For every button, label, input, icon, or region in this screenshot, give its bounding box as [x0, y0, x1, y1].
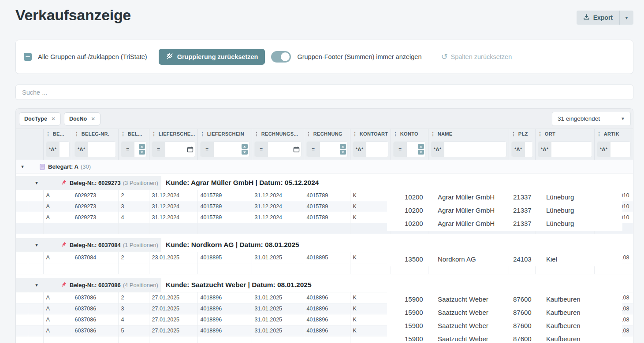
collapse-caret-icon[interactable]: ▾	[34, 242, 39, 248]
column-header-lieferschein_datum[interactable]: ⋮LIEFERSCHE...	[149, 129, 197, 139]
equals-filter-badge[interactable]: =	[255, 142, 268, 157]
cell-konto[interactable]	[391, 201, 428, 212]
cell-rechnungs_datum[interactable]: 31.01.2025	[252, 252, 304, 263]
contains-filter-badge[interactable]: *A*	[512, 142, 525, 157]
cell-plz[interactable]	[509, 325, 535, 336]
cell-name[interactable]	[428, 190, 509, 201]
cell-lieferschein[interactable]: 4018896	[197, 303, 252, 314]
cell-ort[interactable]	[535, 292, 594, 303]
cell-kontoart[interactable]: K	[350, 252, 391, 263]
cell-beleg_nr[interactable]: 6029273	[72, 201, 118, 212]
cell-kontoart[interactable]: K	[350, 303, 391, 314]
cell-rechnung[interactable]: 4015789	[304, 212, 350, 223]
group-row-beleg[interactable]: ▾Beleg-Nr.: 6029273(3 Positionen)Kunde: …	[16, 176, 633, 190]
cell-name[interactable]	[428, 201, 509, 212]
cell-artikel[interactable]: .108	[594, 303, 633, 314]
cell-plz[interactable]	[509, 190, 535, 201]
cell-ort[interactable]	[535, 314, 594, 325]
column-menu-icon[interactable]: ⋮	[538, 131, 543, 136]
data-row[interactable]: A6037086327.01.2025401889631.01.20254018…	[16, 303, 633, 314]
cell-belegart[interactable]: A	[43, 201, 72, 212]
column-menu-icon[interactable]: ⋮	[46, 131, 51, 136]
cell-plz[interactable]	[509, 292, 535, 303]
cell-konto[interactable]	[391, 303, 428, 314]
cell-lieferschein[interactable]: 4018895	[197, 252, 252, 263]
data-row[interactable]: A6037086527.01.2025401889631.01.20254018…	[16, 325, 633, 336]
column-menu-icon[interactable]: ⋮	[74, 131, 79, 136]
collapse-caret-icon[interactable]: ▾	[34, 282, 39, 288]
spinner-down-icon[interactable]	[418, 150, 424, 155]
filter-input-konto[interactable]	[407, 142, 418, 157]
cell-ort[interactable]	[535, 201, 594, 212]
cell-plz[interactable]	[509, 201, 535, 212]
column-menu-icon[interactable]: ⋮	[511, 131, 516, 136]
cell-konto[interactable]	[391, 190, 428, 201]
spinner-up-icon[interactable]	[418, 144, 424, 149]
export-button[interactable]: Export	[577, 11, 620, 25]
cell-artikel[interactable]: .010	[594, 212, 633, 223]
filter-input-lieferschein[interactable]	[214, 142, 242, 157]
cell-beleg_nr[interactable]: 6029273	[72, 212, 118, 223]
cell-plz[interactable]	[509, 212, 535, 223]
spinner-buttons[interactable]	[418, 142, 425, 157]
cell-rechnung[interactable]: 4018896	[304, 303, 350, 314]
group-row-belegart[interactable]: ▾Belegart: A(30)	[16, 160, 633, 173]
column-header-lieferschein[interactable]: ⋮LIEFERSCHEIN	[197, 129, 252, 139]
cell-belegart[interactable]: A	[43, 325, 72, 336]
filter-input-beleg_nr[interactable]	[88, 142, 115, 157]
cell-rechnung[interactable]: 4018896	[304, 314, 350, 325]
close-icon[interactable]: ✕	[91, 116, 95, 122]
cell-ort[interactable]	[535, 303, 594, 314]
cell-kontoart[interactable]: K	[350, 212, 391, 223]
cell-rechnung[interactable]: 4018895	[304, 252, 350, 263]
data-row[interactable]: A6037086227.01.2025401889631.01.20254018…	[16, 292, 633, 303]
cell-beleg_nr[interactable]: 6029273	[72, 190, 118, 201]
column-menu-icon[interactable]: ⋮	[353, 131, 357, 136]
cell-rechnung[interactable]: 4015789	[304, 190, 350, 201]
column-menu-icon[interactable]: ⋮	[200, 131, 205, 136]
collapse-caret-icon[interactable]: ▾	[20, 164, 25, 170]
cell-artikel[interactable]: .010	[594, 201, 633, 212]
data-row[interactable]: A6029273331.12.2024401578931.12.20244015…	[16, 201, 633, 212]
equals-filter-badge[interactable]: =	[152, 142, 165, 157]
cell-lieferschein_datum[interactable]: 31.12.2024	[149, 201, 197, 212]
cell-konto[interactable]	[391, 325, 428, 336]
filter-input-plz[interactable]	[525, 142, 532, 157]
column-menu-icon[interactable]: ⋮	[254, 131, 259, 136]
spinner-down-icon[interactable]	[242, 150, 248, 155]
column-header-beleg_pos[interactable]: ⋮BEL...	[118, 129, 149, 139]
column-menu-icon[interactable]: ⋮	[431, 131, 436, 136]
cell-lieferschein_datum[interactable]: 27.01.2025	[149, 314, 197, 325]
column-header-belegart[interactable]: ⋮BE...	[43, 129, 72, 139]
cell-beleg_nr[interactable]: 6037086	[72, 303, 118, 314]
contains-filter-badge[interactable]: *A*	[46, 142, 60, 157]
filter-input-belegart[interactable]	[60, 142, 69, 157]
equals-filter-badge[interactable]: =	[307, 142, 320, 157]
search-input[interactable]	[15, 85, 633, 100]
cell-plz[interactable]	[509, 303, 535, 314]
data-row[interactable]: A6037084223.01.2025401889531.01.20254018…	[16, 252, 633, 263]
cell-rechnung[interactable]: 4018896	[304, 292, 350, 303]
cell-kontoart[interactable]: K	[350, 292, 391, 303]
data-row[interactable]: A6037086427.01.2025401889631.01.20254018…	[16, 314, 633, 325]
cell-rechnungs_datum[interactable]: 31.12.2024	[252, 212, 304, 223]
cell-lieferschein_datum[interactable]: 27.01.2025	[149, 303, 197, 314]
column-header-kontoart[interactable]: ⋮KONTOART	[350, 129, 391, 139]
equals-filter-badge[interactable]: =	[394, 142, 407, 157]
cell-konto[interactable]	[391, 314, 428, 325]
filter-input-rechnung[interactable]	[320, 142, 340, 157]
column-menu-icon[interactable]: ⋮	[306, 131, 311, 136]
column-menu-icon[interactable]: ⋮	[121, 131, 126, 136]
cell-lieferschein[interactable]: 4015789	[197, 201, 252, 212]
filter-input-rechnungs_datum[interactable]	[268, 142, 293, 157]
cell-name[interactable]	[428, 292, 509, 303]
spinner-buttons[interactable]	[242, 142, 249, 157]
column-header-name[interactable]: ⋮NAME	[428, 129, 509, 139]
group-chip-doctype[interactable]: DocType✕	[19, 112, 61, 125]
cell-kontoart[interactable]: K	[350, 314, 391, 325]
cell-ort[interactable]	[535, 212, 594, 223]
cell-rechnung[interactable]: 4015789	[304, 201, 350, 212]
cell-beleg_pos[interactable]: 5	[118, 325, 149, 336]
spinner-down-icon[interactable]	[139, 150, 145, 155]
cell-belegart[interactable]: A	[43, 212, 72, 223]
